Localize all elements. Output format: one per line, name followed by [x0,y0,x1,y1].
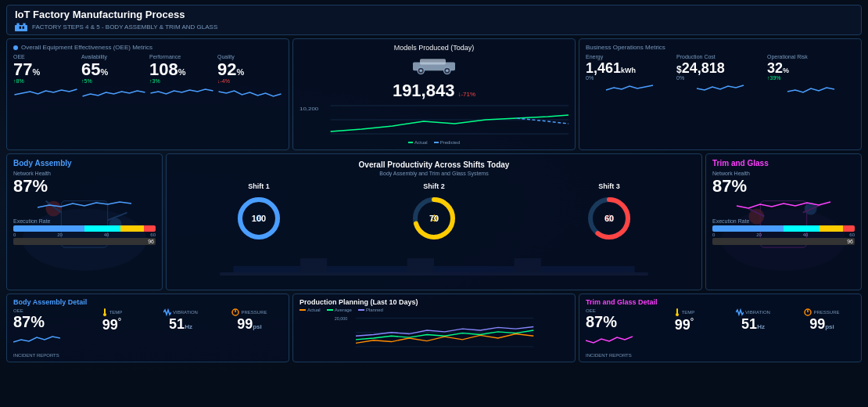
shifts-grid: Shift 1 ⚙ 100 Shift 2 [174,182,694,242]
trim-glass-panel: Trim and Glass Network Health 87% Execut… [705,153,862,290]
sparkline-oee [13,85,78,99]
svg-rect-58 [676,308,678,314]
oee-item-1: Availability 65% ↑5% [81,54,146,103]
trim-oee-section: OEE 87% [586,308,648,350]
trim-vibration-icon [736,308,744,316]
svg-rect-43 [220,272,647,276]
oee-item-2: Performance 108% ↑3% [149,54,214,103]
factory-icon [15,22,27,31]
trim-pressure-icon [804,308,812,316]
exec-bar-body [13,225,156,232]
trim-temp: TEMP 99° [651,308,717,333]
sparkline-qual [217,85,282,99]
actual-legend-dot [299,309,306,311]
assembly-bg [167,243,701,290]
trim-detail-sparkline [586,331,633,347]
biz-energy: Energy 1,461kWh 0% [586,54,673,98]
exec-marker-trim: 96 [712,238,855,245]
svg-text:20,000: 20,000 [335,316,348,321]
oee-item-3: Quality 92% ↓-4% [217,54,282,103]
business-panel: Business Operations Metrics Energy 1,461… [579,38,862,150]
trim-vibration: VIBRATION 51Hz [720,308,786,333]
body-vibration: VIBRATION 51Hz [148,308,213,333]
shift-1-donut: ⚙ 100 [235,195,282,242]
dashboard: IoT Factory Manufacturing Process FACTOR… [0,0,868,407]
thermometer-icon [102,308,108,316]
shift-3: Shift 3 ⚙ 60 [525,182,694,242]
trim-pressure: PRESSURE 99psi [789,308,855,333]
biz-risk: Operational Risk 32% ↑39% [767,54,855,98]
planning-legend: Actual Average Planned [299,308,569,312]
biz-production-cost: Production Cost $24,818 0% [676,54,764,98]
exec-bar-yellow [120,225,144,232]
models-value: 191,843 [393,81,455,101]
exec-bar-red [144,225,156,232]
exec-bar-cyan-2 [784,225,820,232]
exec-scale-body: 0204060 [13,232,156,237]
body-assembly-sparkline [13,196,156,212]
body-temp: TEMP 99° [79,308,145,333]
exec-bar-cyan [84,225,120,232]
bottom-section: Body Assembly Detail OEE 87% TEM [6,294,862,362]
header-panel: IoT Factory Manufacturing Process FACTOR… [6,5,862,35]
svg-rect-4 [23,27,24,29]
exec-bar-yellow-2 [820,225,843,232]
oee-item-0: OEE 77% ↑8% [13,54,78,103]
shift-1: Shift 1 ⚙ 100 [174,182,343,242]
body-detail-sparkline [13,331,60,347]
subtitle-text: FACTORY STEPS 4 & 5 - BODY ASSEMBLY & TR… [32,23,217,31]
business-title: Business Operations Metrics [586,44,855,51]
models-panel: Models Produced (Today) 191,843 ↓-71% 10… [292,38,576,150]
svg-rect-1 [16,23,19,26]
oee-panel: Overall Equipment Effectiveness (OEE) Me… [6,38,289,150]
oee-dot [13,45,18,50]
planning-chart: 20,000 [299,315,569,354]
svg-text:10,200: 10,200 [299,106,318,111]
sparkline-avail [81,85,146,99]
trim-detail-metrics: OEE 87% TEMP 99° [586,308,855,350]
trim-detail-panel: Trim and Glass Detail OEE 87% TE [579,294,862,362]
body-assembly-panel: Body Assembly Network Health 87% Executi… [6,153,163,290]
productivity-panel: Overall Productivity Across Shifts Today… [166,153,702,290]
exec-bar-blue-2 [712,225,784,232]
car-icon [411,55,457,74]
oee-title: Overall Equipment Effectiveness (OEE) Me… [13,44,282,51]
biz-grid: Energy 1,461kWh 0% Production Cost $24,8… [586,54,855,98]
svg-point-10 [446,70,449,73]
cost-sparkline [676,81,764,95]
trim-glass-sparkline [712,196,855,212]
body-detail-panel: Body Assembly Detail OEE 87% TEM [6,294,289,362]
svg-rect-41 [407,258,434,272]
svg-rect-42 [515,258,541,272]
sparkline-perf [149,85,214,99]
models-chart: 10,200 12:00 PM Mon Dec 14 2020 6:00 PM … [299,104,569,135]
chart-legend: Actual Predicted [299,140,569,145]
exec-scale-trim: 0204060 [712,232,855,237]
top-metrics-grid: Overall Equipment Effectiveness (OEE) Me… [6,38,862,150]
body-oee-section: OEE 87% [13,308,76,350]
shift-3-donut: ⚙ 60 [586,195,633,242]
svg-rect-50 [104,308,106,314]
pressure-icon [231,308,239,316]
exec-marker-body: 96 [13,238,156,245]
energy-sparkline [586,81,673,95]
svg-rect-3 [20,27,21,29]
middle-section: Body Assembly Network Health 87% Executi… [6,153,862,290]
body-pressure: PRESSURE 99psi [217,308,282,333]
svg-point-9 [419,70,422,73]
exec-bar-trim [712,225,855,232]
planned-legend-dot [358,309,364,311]
svg-rect-6 [420,59,446,64]
svg-rect-39 [234,266,635,272]
models-change: ↓-71% [457,91,475,98]
page-title: IoT Factory Manufacturing Process [15,9,853,20]
body-detail-metrics: OEE 87% TEMP 99° [13,308,282,350]
exec-bar-red-2 [843,225,855,232]
risk-sparkline [767,81,855,95]
shift-2-donut: ⚙ 70 [411,195,457,242]
planning-panel: Production Planning (Last 10 Days) Actua… [292,294,576,362]
avg-legend-dot [327,309,333,311]
oee-grid: OEE 77% ↑8% Availability 65% ↑5% P [13,54,282,103]
vibration-icon [163,308,171,316]
svg-rect-40 [300,258,327,272]
